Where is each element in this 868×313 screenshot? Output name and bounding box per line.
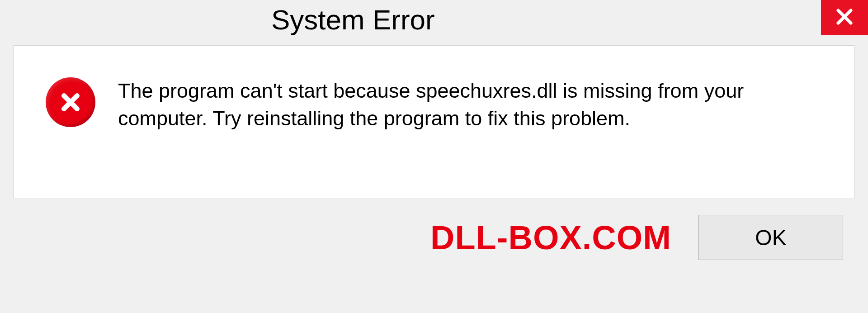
close-button[interactable] [821,0,868,35]
dialog-footer: DLL-BOX.COM OK [0,199,868,276]
watermark-text: DLL-BOX.COM [430,218,671,257]
dialog-title: System Error [271,4,435,36]
title-bar: System Error [0,0,868,45]
error-message: The program can't start because speechux… [118,77,827,133]
error-dialog: System Error The program can't start bec… [0,0,868,313]
error-icon [46,77,95,127]
content-panel: The program can't start because speechux… [14,45,854,199]
close-icon [834,6,855,29]
ok-button-label: OK [755,225,786,250]
ok-button[interactable]: OK [698,215,843,260]
